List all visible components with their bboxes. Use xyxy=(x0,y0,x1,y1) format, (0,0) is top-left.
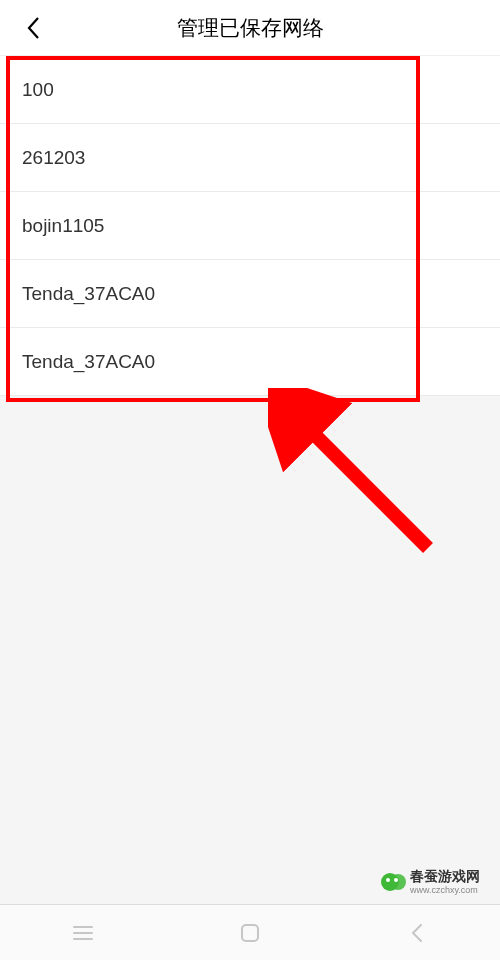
square-icon xyxy=(239,922,261,944)
watermark-logo-icon xyxy=(380,869,406,895)
network-name: 261203 xyxy=(22,147,85,169)
nav-home-button[interactable] xyxy=(230,913,270,953)
svg-point-8 xyxy=(386,878,390,882)
menu-icon xyxy=(72,924,94,942)
header: 管理已保存网络 xyxy=(0,0,500,56)
network-list: 100 261203 bojin1105 Tenda_37ACA0 Tenda_… xyxy=(0,56,500,396)
page-title: 管理已保存网络 xyxy=(0,14,500,42)
network-name: bojin1105 xyxy=(22,215,104,237)
network-item[interactable]: 261203 xyxy=(0,124,500,192)
annotation-arrow-icon xyxy=(268,388,448,568)
network-item[interactable]: 100 xyxy=(0,56,500,124)
chevron-left-icon xyxy=(409,922,425,944)
back-button[interactable] xyxy=(18,13,48,43)
network-name: Tenda_37ACA0 xyxy=(22,351,155,373)
watermark-text: 春蚕游戏网 www.czchxy.com xyxy=(410,868,480,896)
system-navbar xyxy=(0,904,500,960)
svg-rect-5 xyxy=(242,925,258,941)
svg-point-7 xyxy=(390,874,406,890)
nav-back-button[interactable] xyxy=(397,913,437,953)
back-icon xyxy=(26,16,40,40)
svg-point-9 xyxy=(394,878,398,882)
svg-point-6 xyxy=(381,873,399,891)
watermark: 春蚕游戏网 www.czchxy.com xyxy=(380,852,500,912)
network-item[interactable]: Tenda_37ACA0 xyxy=(0,260,500,328)
network-item[interactable]: bojin1105 xyxy=(0,192,500,260)
network-name: Tenda_37ACA0 xyxy=(22,283,155,305)
watermark-url: www.czchxy.com xyxy=(410,885,480,896)
nav-recent-button[interactable] xyxy=(63,913,103,953)
svg-line-1 xyxy=(293,413,428,548)
network-name: 100 xyxy=(22,79,54,101)
network-item[interactable]: Tenda_37ACA0 xyxy=(0,328,500,396)
watermark-title: 春蚕游戏网 xyxy=(410,868,480,885)
